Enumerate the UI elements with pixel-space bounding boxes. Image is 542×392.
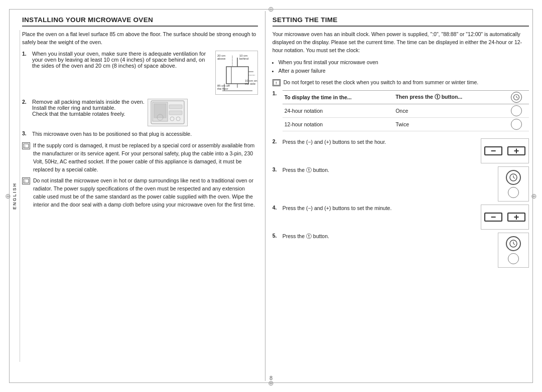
right-step4-block: 4. Press the (−) and (+) buttons to set … bbox=[273, 205, 529, 230]
right-column: SETTING THE TIME Your microwave oven has… bbox=[265, 11, 531, 381]
minus-plus-row: − + bbox=[484, 146, 525, 155]
language-sidebar: ENGLISH bbox=[9, 30, 20, 362]
circle-step3 bbox=[508, 187, 519, 198]
right-step3-num: 3. bbox=[273, 166, 280, 172]
right-intro: Your microwave oven has an inbuilt clock… bbox=[273, 31, 529, 54]
note2-icon: i bbox=[22, 177, 30, 184]
right-section-title: SETTING THE TIME bbox=[273, 16, 529, 27]
main-content: INSTALLING YOUR MICROWAVE OVEN Place the… bbox=[20, 11, 531, 381]
notation-12h: 12-hour notation bbox=[283, 117, 394, 131]
right-step2-block: 2. Press the (−) and (+) buttons to set … bbox=[273, 138, 529, 163]
right-step5-button bbox=[498, 233, 529, 268]
time-display-table: To display the time in the... Then press… bbox=[283, 90, 529, 131]
step3-num: 3. bbox=[22, 130, 29, 136]
page-number: 8 bbox=[269, 375, 273, 381]
step3-text: This microwave oven has to be positioned… bbox=[32, 130, 258, 138]
right-warning-icon: ! bbox=[273, 79, 281, 86]
microwave-image bbox=[148, 99, 188, 126]
minus-button-2[interactable]: − bbox=[484, 213, 502, 222]
minus-button[interactable]: − bbox=[484, 146, 502, 155]
bullet-1: When you first install your microwave ov… bbox=[279, 58, 529, 67]
svg-line-34 bbox=[516, 97, 518, 98]
note2-text: Do not install the microwave oven in hot… bbox=[33, 177, 258, 209]
right-step2-buttons: − + bbox=[481, 138, 529, 163]
svg-line-40 bbox=[513, 244, 515, 245]
table-col2-header: Then press the ⓣ button... bbox=[393, 90, 504, 104]
svg-text:!: ! bbox=[276, 81, 277, 85]
svg-text:i: i bbox=[25, 179, 26, 183]
right-step4-text: Press the (−) and (+) buttons to set the… bbox=[283, 205, 478, 213]
language-label: ENGLISH bbox=[12, 182, 17, 210]
circle-12h bbox=[511, 119, 522, 130]
step3-item: 3. This microwave oven has to be positio… bbox=[22, 130, 258, 138]
step1-num: 1. bbox=[22, 51, 29, 57]
circle-step5 bbox=[508, 253, 519, 264]
microwave-svg bbox=[150, 100, 185, 125]
press-24h: Once bbox=[393, 104, 504, 117]
right-step5-num: 5. bbox=[273, 233, 280, 239]
table-row-12h: 12-hour notation Twice bbox=[283, 117, 529, 131]
right-bullet-list: When you first install your microwave ov… bbox=[279, 58, 529, 75]
step2-num: 2. bbox=[22, 99, 29, 105]
circle-24h bbox=[511, 105, 522, 116]
svg-text:i: i bbox=[25, 144, 26, 148]
press-12h: Twice bbox=[393, 117, 504, 131]
compass-right: ⊕ bbox=[531, 192, 537, 200]
left-intro: Place the oven on a flat level surface 8… bbox=[22, 31, 258, 47]
svg-text:behind: behind bbox=[239, 57, 248, 60]
table-row-24h: 24-hour notation Once bbox=[283, 104, 529, 117]
right-step4-buttons: − + bbox=[481, 205, 529, 230]
right-step5-block: 5. Press the ⓣ button. bbox=[273, 233, 529, 268]
bullet-2: After a power failure bbox=[279, 67, 529, 75]
right-step3-button bbox=[498, 166, 529, 202]
svg-rect-20 bbox=[154, 104, 166, 118]
notation-24h: 24-hour notation bbox=[283, 104, 394, 117]
left-section-title: INSTALLING YOUR MICROWAVE OVEN bbox=[22, 16, 258, 27]
clock-btn-step5 bbox=[506, 236, 521, 264]
svg-rect-23 bbox=[169, 111, 182, 115]
right-step2-num: 2. bbox=[273, 138, 280, 144]
svg-text:the side: the side bbox=[245, 82, 256, 85]
clock-btn-icon bbox=[511, 92, 522, 103]
svg-text:above: above bbox=[217, 57, 226, 60]
svg-line-37 bbox=[513, 177, 515, 178]
right-warning: ! Do not forget to reset the clock when … bbox=[273, 79, 529, 87]
step2-line3: Check that the turntable rotates freely. bbox=[32, 111, 145, 117]
step1-item: 1. When you install your oven, make sure… bbox=[22, 51, 258, 95]
step1-text: When you install your oven, make sure th… bbox=[32, 51, 212, 69]
note1-icon: i bbox=[22, 142, 30, 149]
right-step3-text: Press the ⓣ button. bbox=[283, 166, 495, 174]
step2-item: 2. Remove all packing materials inside t… bbox=[22, 99, 258, 126]
btn-col-12h bbox=[504, 117, 529, 131]
plus-button-2[interactable]: + bbox=[507, 213, 525, 222]
left-column: INSTALLING YOUR MICROWAVE OVEN Place the… bbox=[20, 11, 265, 381]
clock-btn-step3 bbox=[506, 170, 521, 198]
step2-body: Remove all packing materials inside the … bbox=[32, 99, 188, 126]
btn-col-24h bbox=[504, 104, 529, 117]
step2-text: Remove all packing materials inside the … bbox=[32, 99, 145, 117]
right-step4-num: 4. bbox=[273, 205, 280, 211]
right-step2-text: Press the (−) and (+) buttons to set the… bbox=[283, 138, 478, 146]
svg-text:the floor: the floor bbox=[217, 87, 228, 90]
note1-item: i If the supply cord is damaged, it must… bbox=[22, 142, 258, 173]
right-warning-text: Do not forget to reset the clock when yo… bbox=[284, 79, 529, 87]
right-step5-text: Press the ⓣ button. bbox=[283, 233, 495, 241]
table-col1-header: To display the time in the... bbox=[283, 90, 394, 104]
right-step1-num: 1. bbox=[273, 90, 280, 96]
clock-icon-step5 bbox=[506, 236, 521, 251]
step2-line2: Install the roller ring and turntable. bbox=[32, 105, 145, 111]
minus-plus-row-2: − + bbox=[484, 213, 525, 222]
plus-button[interactable]: + bbox=[507, 146, 525, 155]
step1-text-content: When you install your oven, make sure th… bbox=[32, 51, 206, 69]
table-col3-header bbox=[504, 90, 529, 104]
right-step3-block: 3. Press the ⓣ button. bbox=[273, 166, 529, 202]
note1-text: If the supply cord is damaged, it must b… bbox=[33, 142, 258, 173]
ventilation-diagram: 20 cm above 10 cm behind 85 cm off the f… bbox=[215, 51, 258, 95]
step1-body: When you install your oven, make sure th… bbox=[32, 51, 258, 95]
step2-line1: Remove all packing materials inside the … bbox=[32, 99, 145, 105]
clock-icon-step3 bbox=[506, 170, 521, 185]
right-step1-block: 1. To display the time in the... Then pr… bbox=[273, 90, 529, 135]
note2-item: i Do not install the microwave oven in h… bbox=[22, 177, 258, 209]
right-step1-body: To display the time in the... Then press… bbox=[283, 90, 529, 135]
svg-rect-22 bbox=[169, 105, 182, 109]
